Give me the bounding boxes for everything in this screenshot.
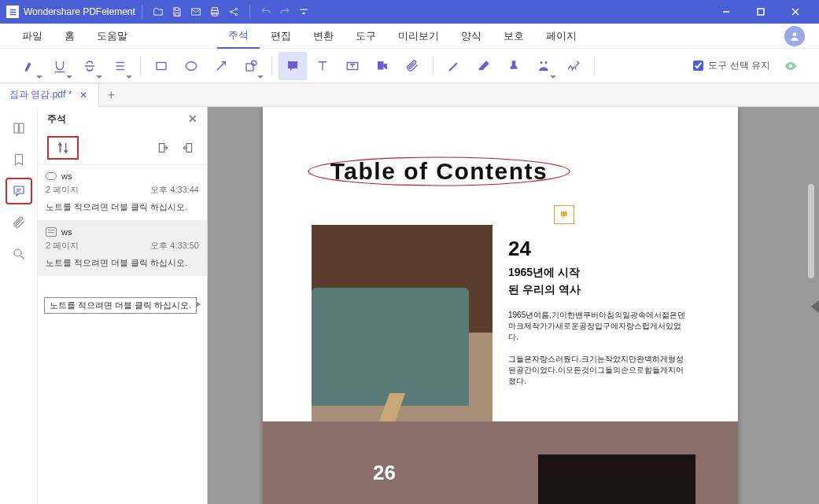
document-view[interactable]: Table of Contents 24 1965년에 시작 된 우리의 역사 … bbox=[208, 107, 819, 504]
menu-convert[interactable]: 변환 bbox=[302, 24, 345, 49]
callout-tool[interactable] bbox=[368, 52, 397, 80]
svg-rect-16 bbox=[157, 62, 166, 69]
import-icon[interactable] bbox=[153, 138, 172, 157]
paragraph: 그들은자랑스러웠다.크기는작았지만완벽하게형성된공간이었다.이모든것이그들의손으… bbox=[508, 354, 689, 387]
close-button[interactable] bbox=[778, 0, 813, 24]
menu-protect[interactable]: 보호 bbox=[493, 24, 535, 49]
minimize-button[interactable] bbox=[709, 0, 743, 24]
svg-point-36 bbox=[308, 157, 570, 186]
document-page: Table of Contents 24 1965년에 시작 된 우리의 역사 … bbox=[263, 107, 738, 504]
paragraph: 1965년여름,기이한밴쿠버아침의일광속에서젊은덴마크제작가가새로운공장입구에자… bbox=[508, 310, 689, 343]
share-icon[interactable] bbox=[224, 2, 243, 21]
panel-close-icon[interactable]: ✕ bbox=[188, 112, 197, 125]
main-area: 주석 ✕ AZ ws 2 페이지오후 4:33:44 노트를 적으려면 더블 클… bbox=[0, 107, 819, 504]
maximize-button[interactable] bbox=[743, 0, 778, 24]
svg-point-5 bbox=[235, 8, 237, 9]
svg-point-23 bbox=[540, 61, 543, 64]
page-number: 26 bbox=[373, 461, 396, 485]
svg-point-12 bbox=[793, 32, 797, 36]
keep-tool-checkbox[interactable]: 도구 선택 유지 bbox=[693, 59, 770, 72]
underline-tool[interactable] bbox=[46, 52, 74, 80]
print-icon[interactable] bbox=[205, 2, 224, 21]
add-tab-button[interactable]: + bbox=[99, 83, 123, 107]
svg-point-25 bbox=[789, 64, 793, 68]
strikethrough-tool[interactable] bbox=[76, 52, 104, 80]
svg-point-6 bbox=[235, 13, 237, 15]
menu-page[interactable]: 페이지 bbox=[535, 24, 588, 49]
comment-item[interactable]: ws 2 페이지오후 4:33:44 노트를 적으려면 더블 클릭 하십시오. bbox=[38, 165, 207, 221]
title-bar: ☰ Wondershare PDFelement bbox=[0, 0, 819, 24]
thumbnails-icon[interactable] bbox=[6, 115, 32, 142]
textbox-tool[interactable] bbox=[338, 52, 367, 80]
svg-line-31 bbox=[20, 256, 24, 259]
comment-page: 2 페이지 bbox=[46, 240, 79, 252]
menu-comment[interactable]: 주석 bbox=[217, 24, 260, 49]
menu-file[interactable]: 파일 bbox=[11, 24, 53, 49]
menu-edit[interactable]: 편집 bbox=[260, 24, 302, 49]
left-sidebar bbox=[0, 107, 38, 504]
menu-form[interactable]: 양식 bbox=[450, 24, 493, 49]
sign-tool[interactable] bbox=[559, 52, 588, 80]
tooltip: 노트를 적으려면 더블 클릭 하십시오. bbox=[44, 297, 197, 314]
shape-tool[interactable] bbox=[237, 52, 265, 80]
app-title: Wondershare PDFelement bbox=[24, 6, 135, 17]
stamp-tool[interactable] bbox=[500, 52, 528, 80]
user-avatar[interactable] bbox=[784, 26, 805, 46]
signature-tool[interactable] bbox=[529, 52, 558, 80]
svg-text:A: A bbox=[60, 142, 63, 147]
svg-text:Z: Z bbox=[60, 147, 63, 152]
tab-label: 집과 영감.pdf * bbox=[9, 88, 72, 101]
content-image bbox=[312, 225, 493, 440]
document-tab[interactable]: 집과 영감.pdf * ✕ bbox=[0, 83, 99, 107]
tab-close-icon[interactable]: ✕ bbox=[78, 90, 89, 101]
text-tool[interactable] bbox=[308, 52, 337, 80]
menu-home[interactable]: 홈 bbox=[53, 24, 86, 49]
keep-tool-input[interactable] bbox=[693, 61, 703, 71]
sort-button[interactable]: AZ bbox=[47, 136, 79, 160]
undo-icon[interactable] bbox=[256, 2, 275, 21]
side-handle-icon[interactable] bbox=[811, 300, 819, 313]
comment-time: 오후 4:33:44 bbox=[150, 184, 199, 196]
panel-toolbar: AZ bbox=[38, 131, 207, 165]
svg-point-4 bbox=[230, 11, 231, 13]
svg-point-24 bbox=[545, 61, 548, 64]
visibility-icon[interactable] bbox=[778, 53, 803, 79]
search-icon[interactable] bbox=[6, 241, 32, 267]
menu-preview[interactable]: 미리보기 bbox=[387, 24, 450, 49]
eraser-tool[interactable] bbox=[470, 52, 498, 80]
note-tool[interactable] bbox=[279, 52, 307, 80]
svg-rect-26 bbox=[14, 123, 18, 133]
highlight-tool[interactable] bbox=[16, 52, 44, 80]
attachments-icon[interactable] bbox=[6, 209, 32, 236]
dropdown-icon[interactable] bbox=[294, 2, 313, 21]
menu-tool[interactable]: 도구 bbox=[345, 24, 387, 49]
svg-point-17 bbox=[186, 61, 197, 70]
comment-author: ws bbox=[61, 171, 72, 181]
content-image bbox=[538, 454, 695, 504]
comment-body: 노트를 적으려면 더블 클릭 하십시오. bbox=[46, 200, 199, 214]
export-icon[interactable] bbox=[179, 138, 197, 157]
redo-icon[interactable] bbox=[275, 2, 294, 21]
comment-item[interactable]: ws 2 페이지오후 4:33:50 노트를 적으려면 더블 클릭 하십시오. bbox=[38, 221, 207, 277]
oval-tool[interactable] bbox=[177, 52, 205, 80]
svg-rect-9 bbox=[758, 9, 764, 15]
mail-icon[interactable] bbox=[186, 2, 205, 21]
keep-tool-label: 도구 선택 유지 bbox=[708, 59, 770, 72]
save-icon[interactable] bbox=[168, 2, 186, 21]
note-annotation-icon bbox=[46, 227, 57, 237]
bookmarks-icon[interactable] bbox=[6, 146, 32, 173]
svg-rect-7 bbox=[300, 9, 307, 10]
arrow-tool[interactable] bbox=[207, 52, 235, 80]
note-annotation[interactable] bbox=[554, 205, 574, 224]
page-number: 24 bbox=[508, 237, 531, 261]
attachment-tool[interactable] bbox=[398, 52, 426, 80]
comments-icon[interactable] bbox=[6, 178, 32, 204]
list-tool[interactable] bbox=[105, 52, 134, 80]
pencil-tool[interactable] bbox=[440, 52, 468, 80]
svg-rect-1 bbox=[212, 8, 217, 11]
menu-help[interactable]: 도움말 bbox=[86, 24, 138, 49]
scrollbar-thumb[interactable] bbox=[808, 184, 814, 278]
open-icon[interactable] bbox=[149, 2, 168, 21]
svg-rect-27 bbox=[19, 123, 23, 133]
rectangle-tool[interactable] bbox=[147, 52, 175, 80]
